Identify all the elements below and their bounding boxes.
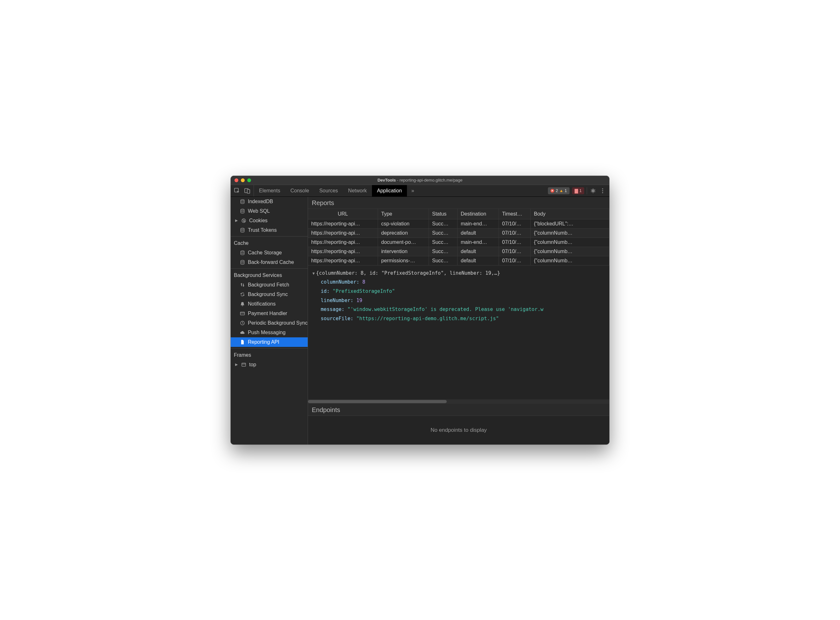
warning-icon: ▲ [559, 188, 564, 193]
traffic-lights [231, 178, 251, 182]
sidebar-item-label: Notifications [248, 301, 276, 307]
reports-table: URL Type Status Destination Timest… Body… [308, 209, 609, 265]
sidebar-item-label: top [249, 362, 256, 367]
svg-point-15 [241, 260, 244, 261]
th-url[interactable]: URL [308, 209, 378, 220]
sidebar-item-periodic-background-sync[interactable]: Periodic Background Sync [231, 318, 308, 328]
table-row[interactable]: https://reporting-api…deprecationSucc…de… [308, 229, 609, 238]
cell-type: deprecation [378, 229, 429, 238]
cell-status: Succ… [429, 229, 457, 238]
application-sidebar[interactable]: IndexedDBWeb SQL▶CookiesTrust Tokens Cac… [231, 197, 308, 444]
svg-point-10 [244, 220, 245, 221]
sidebar-item-indexeddb[interactable]: IndexedDB [231, 197, 308, 206]
console-status-pill[interactable]: ✕2 ▲1 [548, 187, 569, 194]
cell-dest: main-end… [457, 238, 499, 247]
cell-url: https://reporting-api… [308, 256, 378, 265]
sidebar-item-cache-storage[interactable]: Cache Storage [231, 248, 308, 257]
titlebar: DevTools - reporting-api-demo.glitch.me/… [231, 176, 609, 185]
sidebar-item-web-sql[interactable]: Web SQL [231, 206, 308, 216]
cell-ts: 07/10/… [499, 238, 531, 247]
tab-elements[interactable]: Elements [254, 185, 285, 197]
error-icon: ✕ [550, 189, 554, 193]
cell-ts: 07/10/… [499, 220, 531, 229]
db-icon [240, 199, 245, 205]
issues-pill[interactable]: ▇1 [572, 187, 584, 194]
svg-point-4 [602, 190, 603, 191]
sidebar-item-top[interactable]: ▶top [231, 360, 308, 369]
cell-url: https://reporting-api… [308, 229, 378, 238]
table-row[interactable]: https://reporting-api…csp-violationSucc…… [308, 220, 609, 229]
inspect-element-icon[interactable] [234, 188, 240, 194]
sidebar-item-background-sync[interactable]: Background Sync [231, 290, 308, 299]
endpoints-empty: No endpoints to display [308, 416, 609, 444]
zoom-window-button[interactable] [247, 178, 251, 182]
svg-point-5 [602, 192, 603, 193]
sidebar-item-reporting-api[interactable]: Reporting API [231, 337, 308, 347]
panel-tabs: Elements Console Sources Network Applica… [254, 185, 407, 197]
horizontal-scrollbar[interactable] [308, 399, 609, 404]
device-toggle-icon[interactable] [244, 188, 250, 194]
tab-application[interactable]: Application [372, 185, 407, 197]
table-row[interactable]: https://reporting-api…permissions-…Succ…… [308, 256, 609, 265]
cell-type: document-po… [378, 238, 429, 247]
sidebar-item-label: Payment Handler [248, 311, 287, 316]
section-endpoints: Endpoints [308, 404, 609, 416]
cell-status: Succ… [429, 238, 457, 247]
tab-console[interactable]: Console [285, 185, 314, 197]
cell-body: {"blockedURL":… [531, 220, 609, 229]
sidebar-item-label: Back-forward Cache [248, 259, 294, 265]
th-type[interactable]: Type [378, 209, 429, 220]
db-icon [240, 227, 245, 233]
svg-point-14 [241, 251, 244, 252]
db-icon [240, 208, 245, 214]
sidebar-item-payment-handler[interactable]: Payment Handler [231, 309, 308, 318]
updown-icon [240, 282, 245, 288]
minimize-window-button[interactable] [241, 178, 245, 182]
sidebar-item-label: Push Messaging [248, 330, 285, 336]
devtools-toolbar: Elements Console Sources Network Applica… [231, 185, 609, 197]
section-reports: Reports [308, 197, 609, 209]
cell-body: {"columnNumb… [531, 229, 609, 238]
table-row[interactable]: https://reporting-api…interventionSucc…d… [308, 247, 609, 256]
close-window-button[interactable] [234, 178, 238, 182]
issues-icon: ▇ [575, 188, 578, 193]
kebab-menu-icon[interactable] [599, 188, 606, 193]
group-frames: Frames [231, 350, 308, 360]
settings-icon[interactable] [590, 188, 597, 194]
th-body[interactable]: Body [531, 209, 609, 220]
cell-url: https://reporting-api… [308, 247, 378, 256]
sidebar-item-back-forward-cache[interactable]: Back-forward Cache [231, 257, 308, 267]
th-destination[interactable]: Destination [457, 209, 499, 220]
sidebar-item-push-messaging[interactable]: Push Messaging [231, 328, 308, 337]
sidebar-item-background-fetch[interactable]: Background Fetch [231, 280, 308, 290]
expand-arrow-icon[interactable]: ▼ [312, 271, 315, 276]
db-icon [240, 250, 245, 256]
endpoints-section: Endpoints No endpoints to display [308, 404, 609, 444]
sidebar-item-trust-tokens[interactable]: Trust Tokens [231, 226, 308, 235]
cookie-icon [241, 218, 247, 224]
file-icon [240, 339, 245, 345]
cell-type: intervention [378, 247, 429, 256]
cell-url: https://reporting-api… [308, 238, 378, 247]
sidebar-item-notifications[interactable]: Notifications [231, 299, 308, 309]
th-status[interactable]: Status [429, 209, 457, 220]
report-detail[interactable]: ▼{columnNumber: 8, id: "PrefixedStorageI… [308, 265, 609, 399]
cell-dest: default [457, 229, 499, 238]
svg-rect-16 [241, 312, 245, 315]
cell-ts: 07/10/… [499, 229, 531, 238]
group-background-services: Background Services [231, 270, 308, 280]
cell-body: {"columnNumb… [531, 247, 609, 256]
table-row[interactable]: https://reporting-api…document-po…Succ…m… [308, 238, 609, 247]
sidebar-item-cookies[interactable]: ▶Cookies [231, 216, 308, 226]
tab-network[interactable]: Network [343, 185, 372, 197]
tab-sources[interactable]: Sources [314, 185, 343, 197]
th-timestamp[interactable]: Timest… [499, 209, 531, 220]
group-cache: Cache [231, 238, 308, 248]
svg-point-7 [241, 209, 244, 210]
cell-dest: default [457, 247, 499, 256]
more-tabs-button[interactable]: » [407, 185, 418, 197]
cell-status: Succ… [429, 256, 457, 265]
frame-icon [241, 362, 247, 367]
cell-status: Succ… [429, 220, 457, 229]
chevron-right-icon: ▶ [234, 363, 238, 367]
